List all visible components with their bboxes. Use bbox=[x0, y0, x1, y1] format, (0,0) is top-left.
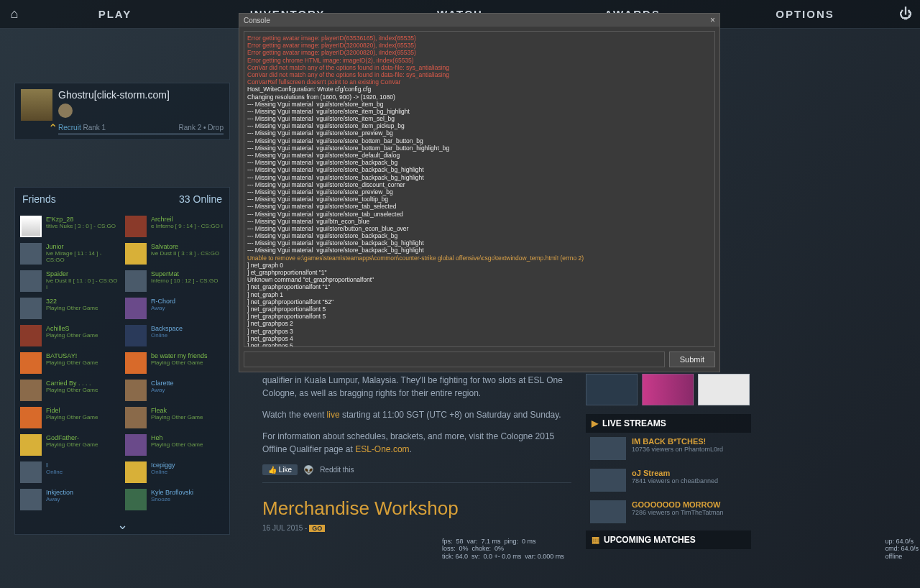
stream-subtitle: 10736 viewers on PhantomL0rd bbox=[632, 446, 723, 453]
console-line: ] net_graphpos 5 bbox=[247, 342, 712, 347]
friend-item[interactable]: GodFather-Playing Other Game bbox=[18, 432, 121, 458]
friend-item[interactable]: be water my friendsPlaying Other Game bbox=[123, 350, 226, 376]
friend-item[interactable]: Carried By . . . .Playing Other Game bbox=[18, 377, 121, 403]
friends-online-count: 33 Online bbox=[179, 193, 222, 205]
friend-status: Playing Other Game bbox=[46, 305, 98, 311]
console-line: --- Missing Vgui material vgui/store/sto… bbox=[247, 159, 712, 166]
nav-tab-options[interactable]: OPTIONS bbox=[719, 0, 891, 29]
friend-name: Carried By . . . . bbox=[46, 380, 98, 387]
home-icon[interactable]: ⌂ bbox=[0, 6, 29, 22]
play-icon: ▶ bbox=[592, 418, 598, 428]
friend-avatar bbox=[20, 380, 42, 401]
console-titlebar[interactable]: Console × bbox=[239, 14, 719, 27]
esl-link[interactable]: ESL-One.com bbox=[355, 444, 409, 454]
friends-panel: Friends 33 Online E'Kzp_28titive Nuke [ … bbox=[14, 187, 230, 535]
reddit-link[interactable]: Reddit this bbox=[320, 466, 354, 474]
friend-name: BATUSAY! bbox=[46, 352, 98, 359]
thumbnail-row bbox=[586, 374, 751, 405]
friend-item[interactable]: Juniorive Mirage [ 11 : 14 ] - CS:GO bbox=[18, 241, 121, 267]
upcoming-matches-header: ▦ UPCOMING MATCHES bbox=[586, 530, 751, 549]
player-name: Ghostru[click-storm.com] bbox=[58, 89, 224, 101]
friend-name: I bbox=[46, 461, 63, 469]
console-line: ] et_graphproportionalfont "1" bbox=[247, 269, 712, 276]
friend-name: Fidel bbox=[46, 407, 98, 414]
friend-item[interactable]: FleakPlaying Other Game bbox=[123, 405, 226, 431]
thumbnail[interactable] bbox=[698, 374, 750, 405]
console-line: --- Missing Vgui material vgui/store/but… bbox=[247, 225, 712, 232]
friend-item[interactable]: IcepiggyOnline bbox=[123, 459, 226, 485]
console-line: --- Missing Vgui material vgui/store/sto… bbox=[247, 211, 712, 218]
friend-item[interactable]: R-ChordAway bbox=[123, 295, 226, 321]
friend-item[interactable]: E'Kzp_28titive Nuke [ 3 : 0 ] - CS:GO bbox=[18, 213, 121, 239]
friend-name: Kyle Broflovski bbox=[151, 489, 193, 496]
console-output[interactable]: Error getting avatar image: playerID(635… bbox=[244, 31, 715, 347]
console-line: ] net_graphproportionalfont 5 bbox=[247, 306, 712, 313]
live-streams-header: ▶ LIVE STREAMS bbox=[586, 414, 751, 433]
stream-item[interactable]: GOOOOOOD MORROW7286 viewers on TimTheTat… bbox=[586, 496, 751, 528]
friend-item[interactable]: HehPlaying Other Game bbox=[123, 432, 226, 458]
friend-name: Heh bbox=[151, 434, 203, 441]
friend-item[interactable]: Spaiderive Dust II [ 11 : 0 ] - CS:GO I bbox=[18, 268, 121, 294]
friend-item[interactable]: InkjectionAway bbox=[18, 487, 121, 513]
console-line: --- Missing Vgui material vgui/store/sto… bbox=[247, 152, 712, 159]
power-icon[interactable]: ⏻ bbox=[891, 6, 920, 22]
console-line: Unable to remove e:\games\steam\steamapp… bbox=[247, 254, 712, 262]
console-line: --- Missing Vgui material vgui/store/sto… bbox=[247, 166, 712, 173]
friend-avatar bbox=[125, 407, 147, 428]
friend-item[interactable]: BATUSAY!Playing Other Game bbox=[18, 350, 121, 376]
friend-status: Online bbox=[46, 469, 63, 475]
friend-name: be water my friends bbox=[151, 352, 208, 359]
friend-item[interactable]: Archreile Inferno [ 9 : 14 ] - CS:GO I bbox=[123, 213, 226, 239]
friend-status: Away bbox=[151, 387, 174, 393]
friend-status: Online bbox=[151, 332, 183, 339]
console-title: Console bbox=[244, 17, 270, 24]
console-line: --- Missing Vgui material vgui/store/sto… bbox=[247, 122, 712, 129]
console-line: ConVar did not match any of the options … bbox=[247, 64, 712, 71]
friend-status: Away bbox=[151, 305, 175, 311]
nav-tab-play[interactable]: PLAY bbox=[29, 0, 201, 29]
console-line: Error getting avatar image: playerID(320… bbox=[247, 42, 712, 49]
friend-avatar bbox=[20, 298, 42, 319]
friends-expand-icon[interactable]: ⌄ bbox=[15, 515, 229, 534]
live-link[interactable]: live bbox=[327, 410, 340, 420]
friend-item[interactable]: Kyle BroflovskiSnooze bbox=[123, 487, 226, 513]
friend-avatar bbox=[125, 270, 147, 292]
friend-name: AchilleS bbox=[46, 325, 98, 332]
console-line: ] net_graphproportionalfont "1" bbox=[247, 283, 712, 290]
friend-item[interactable]: AchilleSPlaying Other Game bbox=[18, 323, 121, 349]
submit-button[interactable]: Submit bbox=[669, 352, 715, 367]
close-icon[interactable]: × bbox=[710, 15, 715, 25]
friend-avatar bbox=[125, 298, 147, 319]
friend-avatar bbox=[20, 434, 42, 456]
merch-title[interactable]: Merchandise Workshop bbox=[262, 497, 571, 520]
friend-item[interactable]: FidelPlaying Other Game bbox=[18, 405, 121, 431]
stream-item[interactable]: oJ Stream7841 viewers on cheatbanned bbox=[586, 464, 751, 496]
console-line: Error getting avatar image: playerID(320… bbox=[247, 49, 712, 56]
like-button[interactable]: 👍 Like bbox=[262, 464, 298, 475]
friend-item[interactable]: 322Playing Other Game bbox=[18, 295, 121, 321]
console-line: --- Missing Vgui material vgui/store/sto… bbox=[247, 137, 712, 144]
thumbnail[interactable] bbox=[586, 374, 638, 405]
stream-title: IM BACK B*TCHES! bbox=[632, 437, 723, 446]
friend-status: ive Mirage [ 11 : 14 ] - CS:GO bbox=[46, 250, 119, 263]
console-input[interactable] bbox=[244, 352, 665, 367]
friend-item[interactable]: SuperMatInferno [ 10 : 12 ] - CS:GO bbox=[123, 268, 226, 294]
friend-status: Playing Other Game bbox=[46, 414, 98, 421]
friend-item[interactable]: ClaretteAway bbox=[123, 377, 226, 403]
console-line: --- Missing Vgui material vgui/store/sto… bbox=[247, 239, 712, 247]
merch-date: 16 JUL 2015 - GO bbox=[262, 524, 571, 532]
console-line: Error getting avatar image: playerID(635… bbox=[247, 35, 712, 42]
friend-status: Snooze bbox=[151, 496, 193, 502]
stream-item[interactable]: IM BACK B*TCHES!10736 viewers on Phantom… bbox=[586, 433, 751, 464]
thumbnail[interactable] bbox=[642, 374, 694, 405]
friend-item[interactable]: IOnline bbox=[18, 459, 121, 485]
friend-status: ive Dust II [ 11 : 0 ] - CS:GO I bbox=[46, 277, 119, 290]
stream-title: oJ Stream bbox=[632, 469, 718, 477]
expand-up-icon[interactable]: ⌃ bbox=[48, 121, 58, 135]
friend-status: ive Dust II [ 3 : 8 ] - CS:GO bbox=[151, 250, 219, 257]
friend-item[interactable]: BackspaceOnline bbox=[123, 323, 226, 349]
friend-avatar bbox=[20, 352, 42, 374]
reddit-icon[interactable]: 👽 bbox=[303, 465, 314, 475]
friend-item[interactable]: Salvatoreive Dust II [ 3 : 8 ] - CS:GO bbox=[123, 241, 226, 267]
player-card[interactable]: Ghostru[click-storm.com] Recruit Rank 1 … bbox=[14, 83, 230, 140]
